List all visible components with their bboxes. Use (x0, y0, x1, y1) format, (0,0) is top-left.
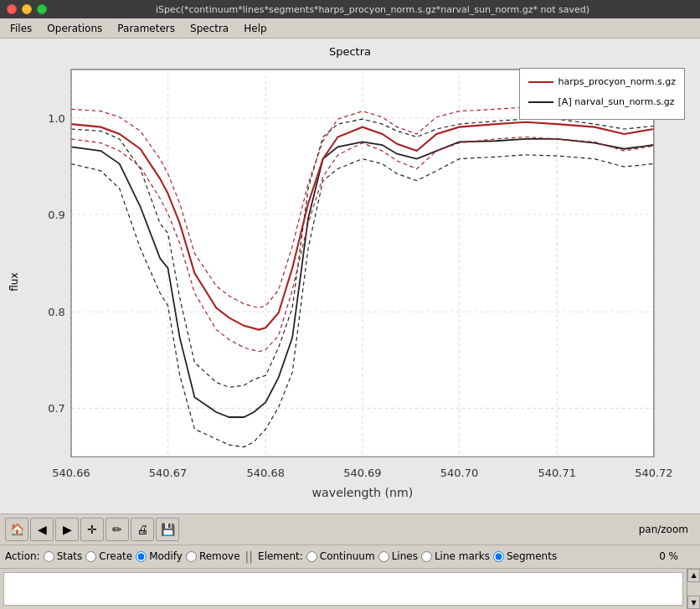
legend-line-harps (528, 81, 553, 83)
svg-text:0.8: 0.8 (48, 306, 65, 318)
plot-canvas: 1.0 0.9 0.8 0.7 540.66 540.67 540.68 540… (22, 59, 693, 507)
svg-text:540.68: 540.68 (247, 467, 285, 479)
toolbar: 🏠 ◀ ▶ ✛ ✏ 🖨 💾 pan/zoom (0, 514, 700, 545)
chart-container: Spectra flux (0, 39, 700, 514)
svg-text:540.71: 540.71 (538, 467, 576, 479)
menu-help[interactable]: Help (237, 21, 273, 36)
chart-title: Spectra (7, 45, 693, 58)
svg-text:540.70: 540.70 (440, 467, 478, 479)
scroll-up-arrow[interactable]: ▲ (687, 569, 700, 582)
create-radio[interactable] (85, 551, 96, 562)
stats-radio[interactable] (44, 551, 54, 562)
print-button[interactable]: 🖨 (131, 518, 154, 541)
legend-label-narval: [A] narval_sun_norm.s.gz (558, 94, 675, 111)
legend-label-harps: harps_procyon_norm.s.gz (558, 74, 676, 90)
menu-spectra[interactable]: Spectra (183, 21, 235, 36)
maximize-button[interactable] (37, 4, 47, 14)
linemarks-radio-label[interactable]: Line marks (421, 550, 490, 562)
continuum-radio-label[interactable]: Continuum (306, 550, 375, 562)
svg-text:540.66: 540.66 (52, 467, 90, 479)
svg-text:wavelength (nm): wavelength (nm) (312, 486, 414, 499)
title-bar: iSpec(*continuum*lines*segments*harps_pr… (0, 0, 700, 18)
stats-radio-label[interactable]: Stats (44, 550, 83, 562)
svg-text:0.7: 0.7 (48, 402, 65, 415)
chart-legend: harps_procyon_norm.s.gz [A] narval_sun_n… (519, 68, 685, 120)
legend-line-narval (528, 101, 553, 103)
scrollbar[interactable]: ▲ ▼ (687, 569, 700, 609)
element-label: Element: (258, 550, 303, 562)
legend-item-narval: [A] narval_sun_norm.s.gz (528, 94, 676, 111)
minimize-button[interactable] (22, 4, 32, 14)
separator-1: || (245, 550, 253, 563)
output-section: ▲ ▼ (0, 569, 700, 609)
linemarks-radio[interactable] (421, 551, 432, 562)
main-content: Spectra flux (0, 39, 700, 609)
modify-radio[interactable] (136, 551, 147, 562)
menu-bar: Files Operations Parameters Spectra Help (0, 18, 700, 39)
svg-text:540.72: 540.72 (635, 467, 672, 479)
chart-wrap: flux (7, 59, 693, 504)
svg-text:540.67: 540.67 (149, 467, 187, 479)
continuum-radio[interactable] (306, 551, 317, 562)
percent-label: 0 % (659, 550, 695, 562)
plot-area-wrap: 1.0 0.9 0.8 0.7 540.66 540.67 540.68 540… (22, 59, 693, 504)
remove-radio[interactable] (186, 551, 197, 562)
save-button[interactable]: 💾 (156, 518, 179, 541)
lines-radio-label[interactable]: Lines (378, 550, 418, 562)
close-button[interactable] (7, 4, 17, 14)
plot-svg: 1.0 0.9 0.8 0.7 540.66 540.67 540.68 540… (22, 59, 693, 507)
pan-button[interactable]: ✛ (80, 518, 104, 541)
svg-text:0.9: 0.9 (48, 209, 65, 221)
svg-text:540.69: 540.69 (343, 467, 381, 479)
segments-radio-label[interactable]: Segments (493, 550, 557, 562)
output-area (3, 572, 683, 606)
create-radio-label[interactable]: Create (85, 550, 132, 562)
segments-radio[interactable] (493, 551, 504, 562)
menu-operations[interactable]: Operations (40, 21, 109, 36)
y-axis-label: flux (7, 59, 22, 504)
modify-radio-label[interactable]: Modify (136, 550, 183, 562)
forward-button[interactable]: ▶ (55, 518, 79, 541)
window-title: iSpec(*continuum*lines*segments*harps_pr… (52, 4, 693, 15)
panzoom-label: pan/zoom (639, 524, 695, 535)
edit-button[interactable]: ✏ (106, 518, 129, 541)
scroll-down-arrow[interactable]: ▼ (687, 596, 700, 609)
action-label: Action: (5, 550, 40, 562)
remove-radio-label[interactable]: Remove (186, 550, 240, 562)
menu-files[interactable]: Files (3, 21, 39, 36)
back-button[interactable]: ◀ (30, 518, 54, 541)
svg-text:1.0: 1.0 (48, 112, 65, 125)
home-button[interactable]: 🏠 (5, 518, 28, 541)
lines-radio[interactable] (378, 551, 389, 562)
legend-item-harps: harps_procyon_norm.s.gz (528, 74, 676, 90)
action-bar: Action: Stats Create Modify Remove || El… (0, 545, 700, 569)
menu-parameters[interactable]: Parameters (111, 21, 182, 36)
